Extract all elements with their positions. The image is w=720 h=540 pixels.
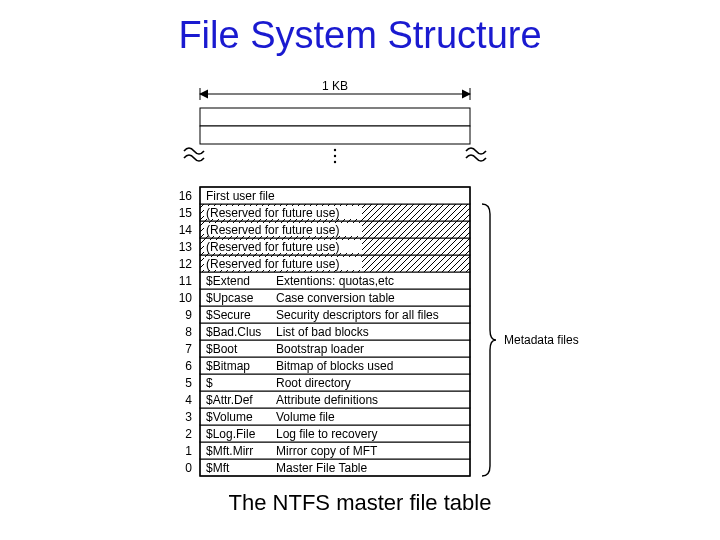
mft-row-name-4: $Attr.Def [206,393,253,407]
mft-row-desc-15: (Reserved for future use) [206,206,339,220]
mft-row-desc-16: First user file [206,189,275,203]
mft-row-name-0: $Mft [206,461,230,475]
mft-row-desc-12: (Reserved for future use) [206,257,339,271]
mft-row-index-4: 4 [185,393,192,407]
mft-row-name-6: $Bitmap [206,359,250,373]
gap-row-top [200,108,470,126]
mft-row-index-14: 14 [179,223,193,237]
mft-row-name-10: $Upcase [206,291,254,305]
mft-row-name-3: $Volume [206,410,253,424]
mft-row-index-2: 2 [185,427,192,441]
mft-diagram: 1 KB0$MftMaster File Table1$Mft.MirrMirr… [0,78,720,488]
mft-row-desc-3: Volume file [276,410,335,424]
mft-row-index-16: 16 [179,189,193,203]
mft-row-index-0: 0 [185,461,192,475]
mft-row-index-10: 10 [179,291,193,305]
ellipsis-dot-0 [334,149,336,151]
mft-row-desc-8: List of bad blocks [276,325,369,339]
break-mark-left [184,148,204,154]
slide-caption: The NTFS master file table [0,490,720,516]
mft-row-desc-5: Root directory [276,376,351,390]
mft-row-desc-7: Bootstrap loader [276,342,364,356]
mft-row-name-9: $Secure [206,308,251,322]
mft-row-index-8: 8 [185,325,192,339]
mft-row-name-7: $Boot [206,342,238,356]
mft-row-index-11: 11 [179,274,193,288]
mft-row-index-15: 15 [179,206,193,220]
mft-row-index-9: 9 [185,308,192,322]
mft-row-name-8: $Bad.Clus [206,325,261,339]
mft-row-desc-1: Mirror copy of MFT [276,444,378,458]
size-label: 1 KB [322,79,348,93]
mft-row-index-13: 13 [179,240,193,254]
mft-row-name-11: $Extend [206,274,250,288]
mft-row-desc-14: (Reserved for future use) [206,223,339,237]
mft-row-desc-2: Log file to recovery [276,427,377,441]
mft-row-name-5: $ [206,376,213,390]
mft-row-index-6: 6 [185,359,192,373]
mft-row-index-3: 3 [185,410,192,424]
mft-row-desc-6: Bitmap of blocks used [276,359,393,373]
slide-title: File System Structure [0,14,720,57]
break-mark-right [466,148,486,154]
mft-row-name-2: $Log.File [206,427,256,441]
mft-row-desc-9: Security descriptors for all files [276,308,439,322]
gap-row-bottom [200,126,470,144]
mft-row-index-1: 1 [185,444,192,458]
mft-row-desc-10: Case conversion table [276,291,395,305]
metadata-brace [482,204,496,476]
ellipsis-dot-2 [334,161,336,163]
mft-row-index-12: 12 [179,257,193,271]
mft-row-desc-11: Extentions: quotas,etc [276,274,394,288]
mft-row-index-5: 5 [185,376,192,390]
ellipsis-dot-1 [334,155,336,157]
mft-row-index-7: 7 [185,342,192,356]
mft-row-desc-13: (Reserved for future use) [206,240,339,254]
mft-row-name-1: $Mft.Mirr [206,444,253,458]
metadata-brace-label: Metadata files [504,333,579,347]
mft-row-desc-0: Master File Table [276,461,367,475]
mft-row-desc-4: Attribute definitions [276,393,378,407]
